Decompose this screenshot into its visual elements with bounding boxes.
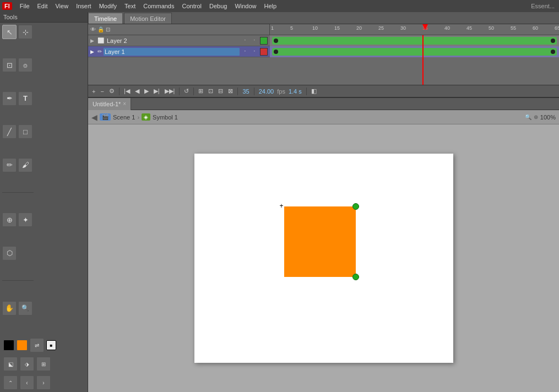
doc-tab-name: Untitled-1*: [93, 101, 121, 107]
layer-2-expand[interactable]: ▶: [90, 38, 96, 43]
fill-color-btn[interactable]: [17, 340, 28, 351]
menu-file[interactable]: File: [17, 2, 33, 10]
menu-commands[interactable]: Commands: [140, 2, 177, 10]
btn-next-frame[interactable]: ▶|: [152, 87, 161, 95]
breadcrumb-scene[interactable]: Scene 1: [113, 114, 135, 121]
default-colors-btn[interactable]: ■: [46, 340, 56, 350]
tool-snap2[interactable]: ‹: [20, 375, 34, 390]
ctrl-sep4: [237, 88, 238, 95]
tool-eyedrop[interactable]: ✦: [18, 213, 32, 227]
layer-2-visibility[interactable]: ·: [241, 37, 249, 45]
tl-outline-icon[interactable]: ⊡: [106, 26, 110, 32]
layer-row-1: ▶ ✏ Layer 1 · ·: [88, 46, 559, 57]
stage[interactable]: +: [194, 154, 453, 363]
tab-timeline[interactable]: Timeline: [88, 13, 123, 24]
toolbar: Tools ↖ ⊹ ⊡ ⌾ ✒ T ╱ □ ✏ 🖌 ⊕ ✦ ⬡ ✋ 🔍 ⇌ ■: [0, 12, 88, 392]
layer-1-frames[interactable]: [270, 46, 559, 57]
zoom-value[interactable]: 100%: [540, 114, 556, 121]
menu-window[interactable]: Window: [231, 2, 259, 10]
btn-add-layer[interactable]: +: [90, 88, 97, 95]
layer-2-lock[interactable]: ·: [251, 37, 258, 45]
tool-snap1[interactable]: ⌃: [3, 375, 18, 390]
btn-timeline-size[interactable]: ◧: [310, 87, 318, 95]
tool-extra2[interactable]: ⬗: [20, 357, 34, 371]
ruler-40: 40: [444, 25, 450, 31]
layer-2-tween-start-dot: [274, 39, 278, 43]
canvas-area[interactable]: +: [88, 124, 559, 392]
btn-first-frame[interactable]: |◀: [122, 87, 132, 95]
orange-rect[interactable]: +: [284, 206, 356, 277]
layer-1-info: ▶ ✏ Layer 1 · ·: [88, 48, 270, 56]
fps-value[interactable]: 24.00: [257, 88, 276, 95]
doc-tab-close[interactable]: ×: [123, 101, 126, 107]
ruler-50: 50: [489, 25, 494, 31]
tool-brush[interactable]: 🖌: [18, 158, 32, 172]
menu-text[interactable]: Text: [121, 2, 139, 10]
swap-colors-btn[interactable]: ⇌: [30, 338, 44, 352]
tool-rect[interactable]: □: [18, 124, 32, 139]
layer-2-tween-end-dot: [551, 39, 555, 43]
tool-fill[interactable]: ⊕: [2, 213, 17, 227]
tool-zoom[interactable]: 🔍: [18, 301, 32, 315]
ruler-20: 20: [356, 25, 362, 31]
menu-control[interactable]: Control: [179, 2, 205, 10]
btn-last-frame[interactable]: ▶▶|: [163, 87, 177, 95]
ruler-5: 5: [290, 25, 293, 31]
essentials-label: Essent...: [531, 3, 557, 9]
menu-debug[interactable]: Debug: [206, 2, 230, 10]
breadcrumb-sep: ›: [137, 114, 139, 121]
layer-1-visibility[interactable]: ·: [241, 48, 249, 56]
tool-text[interactable]: T: [18, 91, 32, 106]
btn-prev-frame[interactable]: ◀: [133, 87, 141, 95]
breadcrumb-back-btn[interactable]: ◀: [91, 113, 97, 122]
tool-hand[interactable]: ✋: [2, 301, 17, 315]
layer-2-frames[interactable]: [270, 35, 559, 46]
stroke-color-btn[interactable]: [3, 340, 14, 351]
menu-help[interactable]: Help: [261, 2, 280, 10]
ruler-1: 1: [271, 25, 274, 31]
tool-select[interactable]: ↖: [2, 25, 17, 39]
tool-line[interactable]: ╱: [2, 124, 17, 139]
zoom-out-btn[interactable]: 🔍: [525, 114, 531, 120]
tl-lock-icon[interactable]: 🔒: [97, 26, 104, 32]
zoom-in-btn[interactable]: ⊕: [534, 114, 538, 120]
btn-snap[interactable]: ⊞: [197, 87, 205, 95]
btn-onion3[interactable]: ⊠: [226, 87, 235, 95]
menu-view[interactable]: View: [52, 2, 72, 10]
btn-layer-props[interactable]: ⚙: [107, 87, 116, 95]
btn-onion1[interactable]: ⊡: [207, 87, 215, 95]
tool-subselect[interactable]: ⊹: [18, 25, 32, 39]
menu-modify[interactable]: Modify: [96, 2, 120, 10]
doc-tab-bar: Untitled-1* ×: [88, 98, 559, 110]
breadcrumb-symbol[interactable]: Symbol 1: [153, 114, 178, 121]
layer-1-name[interactable]: Layer 1: [104, 48, 240, 56]
btn-delete-layer[interactable]: −: [99, 88, 105, 95]
ruler-25: 25: [378, 25, 384, 31]
tools-label: Tools: [0, 12, 88, 23]
tl-eye-icon[interactable]: 👁: [90, 26, 96, 32]
btn-loop[interactable]: ↺: [182, 87, 191, 95]
doc-tab[interactable]: Untitled-1* ×: [88, 98, 131, 110]
handle-bottom-right[interactable]: [352, 274, 359, 280]
tab-motion-editor[interactable]: Motion Editor: [124, 13, 172, 24]
btn-onion2[interactable]: ⊟: [216, 87, 225, 95]
tool-transform[interactable]: ⊡: [2, 58, 17, 72]
tool-extra3[interactable]: ⊞: [36, 357, 51, 371]
menu-edit[interactable]: Edit: [34, 2, 51, 10]
ruler-15: 15: [334, 25, 340, 31]
tool-pen[interactable]: ✒: [2, 91, 17, 106]
layer-1-expand[interactable]: ▶: [90, 49, 96, 55]
current-frame-value[interactable]: 35: [241, 88, 251, 95]
extra-tools-row: ⬕ ⬗ ⊞: [0, 355, 88, 373]
handle-top-right[interactable]: [352, 203, 359, 210]
layer-1-icon: ✏: [97, 48, 102, 55]
layer-2-name[interactable]: Layer 2: [106, 37, 240, 44]
menu-insert[interactable]: Insert: [73, 2, 95, 10]
layer-1-lock[interactable]: ·: [251, 48, 258, 56]
tool-pencil[interactable]: ✏: [2, 158, 17, 172]
tool-snap3[interactable]: ›: [36, 375, 51, 390]
tool-lasso[interactable]: ⌾: [18, 58, 32, 72]
btn-play[interactable]: ▶: [143, 87, 150, 95]
tool-extra1[interactable]: ⬕: [3, 357, 18, 371]
tool-eraser[interactable]: ⬡: [2, 246, 17, 260]
